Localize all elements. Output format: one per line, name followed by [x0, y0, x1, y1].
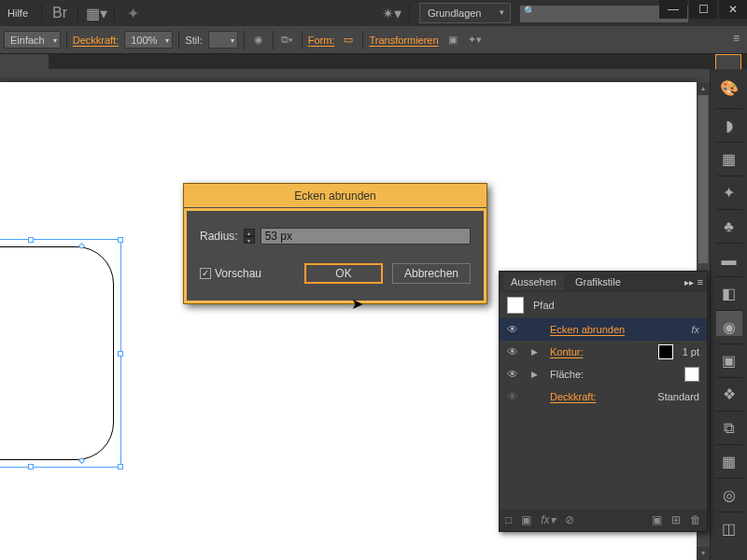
dialog-title: Ecken abrunden [184, 184, 486, 208]
fill-label: Fläche: [550, 369, 675, 380]
add-effect-icon[interactable]: fx▾ [541, 513, 555, 526]
bridge-icon[interactable]: Br [51, 5, 68, 21]
arrange-docs-icon[interactable]: ▦▾ [88, 5, 105, 21]
check-icon: ✓ [200, 268, 211, 279]
new-stroke-icon[interactable]: □ [505, 513, 512, 526]
visibility-icon[interactable]: 👁 [507, 390, 522, 403]
scroll-thumb[interactable] [698, 95, 708, 263]
stroke-profile-combo[interactable]: Einfach [4, 31, 61, 49]
fill-row[interactable]: 👁 ▶ Fläche: [500, 363, 707, 385]
style-combo[interactable] [208, 31, 238, 49]
symbols-icon[interactable]: ♣ [716, 209, 742, 235]
graphic-styles-tab[interactable]: Grafikstile [568, 273, 628, 290]
layers-icon[interactable]: ❖ [716, 377, 742, 403]
control-bar: Einfach Deckkraft: 100% Stil: ◉ ⧉▾ Form:… [0, 26, 747, 54]
radius-input[interactable] [261, 228, 471, 245]
opacity-row[interactable]: 👁 Deckkraft: Standard [500, 385, 707, 408]
stroke-swatch[interactable] [658, 344, 673, 359]
handle-bm[interactable] [28, 464, 34, 469]
radius-stepper[interactable]: ▴▾ [244, 229, 255, 244]
appearance-tab[interactable]: Aussehen [503, 273, 564, 290]
stroke-value[interactable]: 1 pt [683, 346, 699, 357]
object-swatch-icon [507, 297, 524, 314]
visibility-icon[interactable]: 👁 [507, 368, 522, 381]
new-item-icon[interactable]: ⊞ [671, 513, 681, 526]
opacity-combo[interactable]: 100% [124, 31, 173, 49]
duplicate-icon[interactable]: ▣ [652, 513, 662, 526]
collapse-icon[interactable]: ▸▸ [684, 277, 694, 287]
clear-icon[interactable]: ⊘ [565, 513, 574, 526]
rounded-rect-shape[interactable] [0, 239, 121, 468]
swatches-icon[interactable]: ▦ [716, 142, 742, 168]
align-icon[interactable]: ⧉▾ [279, 32, 296, 49]
maximize-button[interactable]: ☐ [689, 0, 717, 19]
opacity-label[interactable]: Deckkraft: [73, 35, 120, 46]
scroll-up-icon[interactable]: ▴ [697, 82, 710, 95]
workspace-dropdown[interactable]: Grundlagen [419, 3, 511, 23]
appearance-panel-icon[interactable]: ◉ [716, 310, 742, 336]
controlbar-menu-icon[interactable]: ≡ [733, 32, 740, 45]
handle-tm[interactable] [28, 237, 34, 243]
cancel-button[interactable]: Abbrechen [392, 263, 471, 284]
transform-icon1[interactable]: ▣ [444, 32, 461, 49]
recolor-icon[interactable]: ◉ [250, 32, 267, 49]
pathfinder-icon[interactable]: ◫ [716, 511, 742, 538]
close-button[interactable]: ✕ [719, 0, 747, 19]
transform-icon2[interactable]: ✦▾ [467, 32, 484, 49]
effect-name[interactable]: Ecken abrunden [550, 324, 682, 335]
sync-icon[interactable]: ✴▾ [383, 5, 400, 21]
fill-swatch[interactable] [684, 367, 699, 382]
preview-checkbox[interactable]: ✓ Vorschau [200, 267, 261, 280]
panel-footer: □ ▣ fx▾ ⊘ ▣ ⊞ 🗑 [500, 509, 707, 531]
shape-icon[interactable]: ▭ [340, 32, 357, 49]
color-guide-icon[interactable]: ◗ [716, 108, 742, 134]
appearance-panel: Aussehen Grafikstile ▸▸ ≡ Pfad 👁 Ecken a… [499, 271, 708, 532]
handle-tr[interactable] [118, 237, 123, 243]
graphic-styles-icon[interactable]: ▣ [716, 343, 742, 370]
shape-label[interactable]: Form: [308, 35, 335, 46]
title-bar: Hilfe Br ▦▾ ✦ ✴▾ Grundlagen — ☐ ✕ [0, 0, 747, 26]
gpu-icon[interactable]: ✦ [124, 5, 141, 21]
right-panel-rail: 🎨 ◗ ▦ ✦ ♣ ▬ ◧ ◉ ▣ ❖ ⧉ ▦ ◎ ◫ [710, 69, 747, 560]
ok-button[interactable]: OK [304, 263, 383, 284]
radius-label: Radius: [200, 230, 238, 243]
brushes-icon[interactable]: ✦ [716, 175, 742, 202]
selection-bounds [0, 239, 121, 468]
transform-panel-icon[interactable]: ▦ [716, 444, 742, 470]
minimize-button[interactable]: — [659, 0, 687, 19]
expand-icon[interactable]: ▶ [531, 370, 541, 379]
fx-icon: fx [691, 324, 699, 335]
stroke-row[interactable]: 👁 ▶ Kontur: 1 pt [500, 341, 707, 363]
visibility-icon[interactable]: 👁 [507, 345, 522, 358]
handle-mr[interactable] [118, 351, 123, 357]
handle-br[interactable] [118, 464, 123, 469]
object-type-label: Pfad [533, 300, 555, 311]
artboards-icon[interactable]: ⧉ [716, 411, 742, 437]
opacity-value: Standard [657, 391, 699, 402]
panel-menu-icon[interactable]: ≡ [698, 276, 703, 287]
transform-label[interactable]: Transformieren [369, 35, 438, 46]
stroke-label[interactable]: Kontur: [550, 346, 649, 357]
gradient-icon[interactable]: ◧ [716, 276, 742, 302]
align-icon[interactable]: ◎ [716, 478, 742, 504]
document-tab-stub[interactable] [0, 54, 49, 69]
color-panel-icon[interactable]: 🎨 [716, 75, 742, 101]
help-menu[interactable]: Hilfe [4, 6, 32, 21]
delete-icon[interactable]: 🗑 [690, 513, 701, 526]
opacity-label[interactable]: Deckkraft: [550, 391, 648, 402]
tab-strip [0, 54, 747, 69]
stroke-icon[interactable]: ▬ [716, 243, 742, 269]
effect-row[interactable]: 👁 Ecken abrunden fx [500, 318, 707, 341]
new-fill-icon[interactable]: ▣ [521, 513, 531, 526]
round-corners-dialog: Ecken abrunden Radius: ▴▾ ✓ Vorschau OK … [183, 183, 487, 304]
scroll-down-icon[interactable]: ▾ [697, 547, 710, 560]
preview-label: Vorschau [215, 267, 261, 280]
expand-icon[interactable]: ▶ [531, 347, 541, 357]
tabstrip-highlight [715, 54, 741, 69]
style-label: Stil: [185, 35, 202, 46]
visibility-icon[interactable]: 👁 [507, 323, 522, 336]
